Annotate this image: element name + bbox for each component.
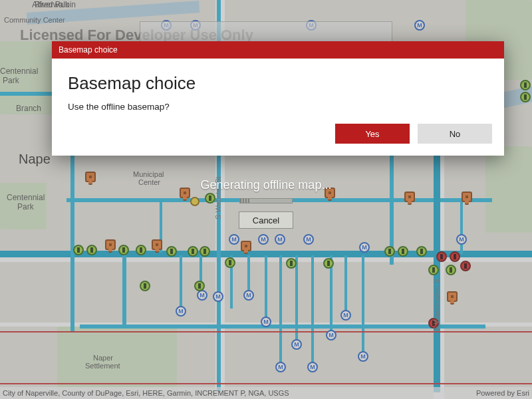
dialog-body: Basemap choice Use the offline basemap? — [52, 59, 504, 124]
dialog-heading: Basemap choice — [68, 73, 488, 94]
progress-bar-fill — [240, 199, 249, 203]
dialog-titlebar: Basemap choice — [52, 41, 504, 59]
cancel-button[interactable]: Cancel — [239, 211, 293, 229]
basemap-choice-dialog: Basemap choice Basemap choice Use the of… — [52, 41, 504, 156]
progress-bar — [239, 198, 293, 203]
dialog-button-row: Yes No — [52, 124, 504, 156]
app-stage: M M M M M M M M M M M M M M M M M M M M … — [0, 0, 532, 399]
no-button[interactable]: No — [418, 124, 492, 144]
dialog-message: Use the offline basemap? — [68, 102, 488, 112]
progress-status-text: Generating offline map... — [201, 178, 332, 192]
yes-button[interactable]: Yes — [335, 124, 410, 144]
